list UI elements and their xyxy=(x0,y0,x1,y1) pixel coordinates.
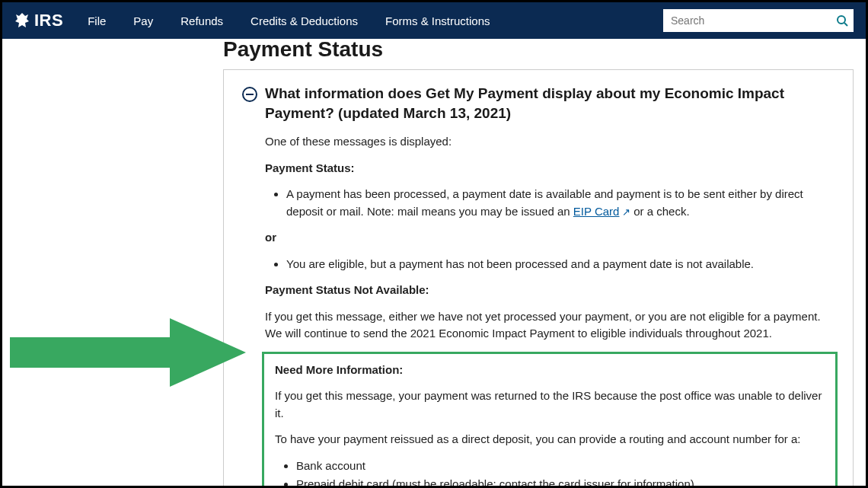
nav-file[interactable]: File xyxy=(88,14,106,27)
need-more-info-heading: Need More Information: xyxy=(275,363,403,376)
search-input[interactable] xyxy=(663,9,831,32)
list-item: A payment has been processed, a payment … xyxy=(286,186,834,220)
nav-refunds[interactable]: Refunds xyxy=(180,14,223,27)
reissue-options-list: Bank account Prepaid debit card (must be… xyxy=(275,458,825,488)
need-more-info-para1: If you get this message, your payment wa… xyxy=(275,388,825,422)
svg-point-0 xyxy=(838,16,845,24)
collapse-icon[interactable] xyxy=(242,87,257,102)
eip-card-link[interactable]: EIP Card xyxy=(573,205,620,218)
search-button[interactable] xyxy=(831,9,854,32)
page-title: Payment Status xyxy=(223,37,866,69)
list-item: You are eligible, but a payment has not … xyxy=(286,256,834,273)
not-available-para: If you get this message, either we have … xyxy=(265,308,834,343)
top-nav: IRS File Pay Refunds Credits & Deduction… xyxy=(2,2,866,39)
payment-status-heading: Payment Status: xyxy=(265,161,355,174)
or-label: or xyxy=(265,231,276,244)
accordion-body: One of these messages is displayed: Paym… xyxy=(242,123,834,488)
not-available-heading: Payment Status Not Available: xyxy=(265,283,429,296)
nav-forms[interactable]: Forms & Instructions xyxy=(385,14,490,27)
accordion-panel: What information does Get My Payment dis… xyxy=(223,69,854,488)
eagle-icon xyxy=(14,12,30,29)
nav-pay[interactable]: Pay xyxy=(133,14,153,27)
primary-nav: File Pay Refunds Credits & Deductions Fo… xyxy=(88,14,490,27)
payment-status-list: A payment has been processed, a payment … xyxy=(265,186,834,220)
need-more-info-para2: To have your payment reissued as a direc… xyxy=(275,431,825,448)
svg-line-1 xyxy=(844,23,847,26)
bullet-text-post: or a check. xyxy=(630,205,690,218)
accordion-title[interactable]: What information does Get My Payment dis… xyxy=(265,84,834,123)
list-item: Bank account xyxy=(296,458,825,475)
nav-credits[interactable]: Credits & Deductions xyxy=(251,14,358,27)
list-item: Prepaid debit card (must be reloadable; … xyxy=(296,476,825,488)
highlighted-section: Need More Information: If you get this m… xyxy=(262,352,838,488)
search-icon xyxy=(836,14,848,27)
irs-logo[interactable]: IRS xyxy=(14,11,63,30)
bullet-text-pre: A payment has been processed, a payment … xyxy=(286,187,803,218)
payment-status-list-2: You are eligible, but a payment has not … xyxy=(265,256,834,273)
intro-text: One of these messages is displayed: xyxy=(265,133,834,151)
brand-text: IRS xyxy=(34,11,63,30)
search-container xyxy=(663,9,854,32)
external-link-icon: ↗ xyxy=(619,206,630,218)
